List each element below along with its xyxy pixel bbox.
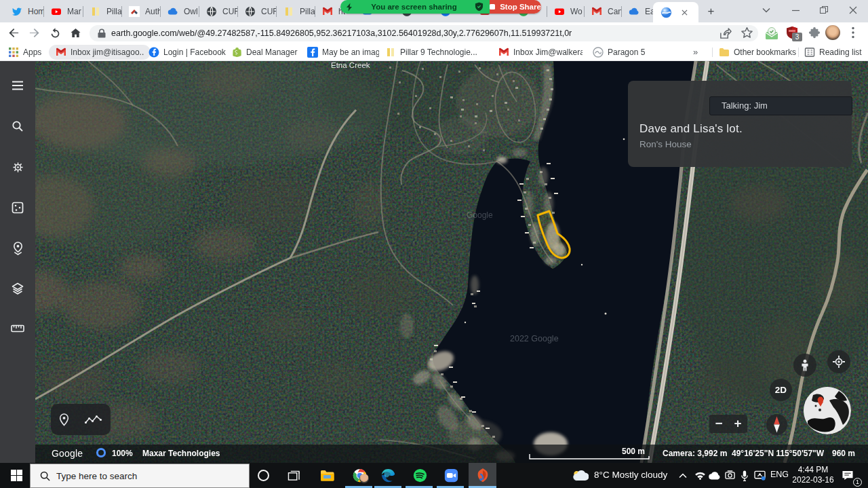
svg-text:Etna Creek: Etna Creek xyxy=(331,61,370,69)
svg-text:2022 Google: 2022 Google xyxy=(510,334,559,343)
svg-text:Google: Google xyxy=(467,210,493,220)
